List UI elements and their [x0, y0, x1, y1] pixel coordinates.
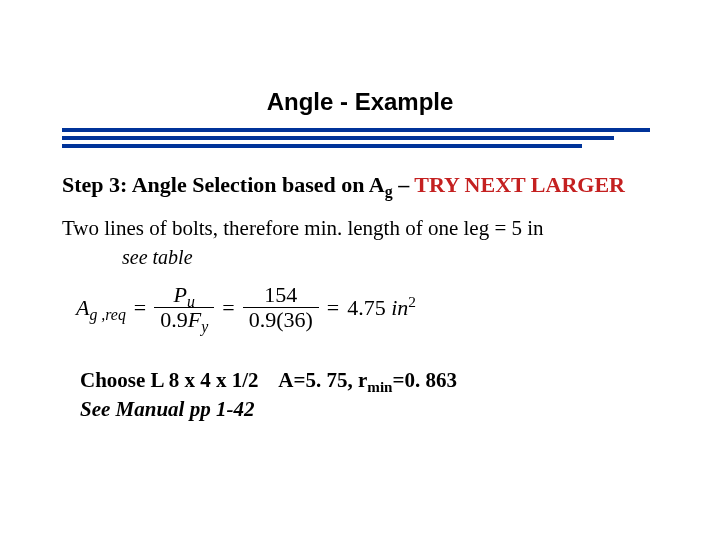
title-underline [62, 128, 650, 152]
eq-A: A [76, 295, 89, 320]
eq-frac1: Pu 0.9Fy [154, 283, 214, 332]
eq-09: 0.9 [160, 307, 188, 332]
choose-text2: =0. 863 [393, 368, 457, 392]
choose-rmin-sub: min [367, 380, 392, 396]
eq-frac1-den: 0.9Fy [154, 308, 214, 332]
step3-prefix: Step 3: Angle Selection based on A [62, 172, 385, 197]
eq-frac2-den: 0.9(36) [243, 308, 319, 332]
step3-dash: – [398, 172, 414, 197]
two-lines-text: Two lines of bolts, therefore min. lengt… [62, 214, 662, 242]
eq-Fy-sub: y [201, 319, 208, 336]
slide-body: Step 3: Angle Selection based on Ag – TR… [62, 170, 662, 423]
choose-text1: Choose L 8 x 4 x 1/2 A=5. 75, r [80, 368, 367, 392]
see-manual-line: See Manual pp 1-42 [80, 395, 662, 423]
eq-frac2-num: 154 [258, 283, 303, 307]
step3-heading: Step 3: Angle Selection based on Ag – TR… [62, 170, 662, 200]
eq-equals: = [134, 293, 146, 323]
eq-frac2: 154 0.9(36) [243, 283, 319, 332]
step3-subscript: g [385, 183, 393, 200]
eq-result-sup: 2 [408, 293, 416, 310]
slide-title: Angle - Example [0, 88, 720, 116]
eq-Fy-F: F [188, 307, 201, 332]
equation: Ag ,req = Pu 0.9Fy = 154 0.9(36) = 4.75 … [76, 283, 662, 332]
try-next-larger: TRY NEXT LARGER [414, 172, 625, 197]
eq-result-in: in [391, 295, 408, 320]
rule-line [62, 128, 650, 132]
eq-equals: = [327, 293, 339, 323]
eq-lhs: Ag ,req [76, 293, 126, 323]
eq-equals: = [222, 293, 234, 323]
eq-frac1-num: Pu [168, 283, 201, 307]
eq-result: 4.75 in2 [347, 293, 416, 323]
slide: Angle - Example Step 3: Angle Selection … [0, 0, 720, 540]
choose-line: Choose L 8 x 4 x 1/2 A=5. 75, rmin=0. 86… [80, 366, 662, 394]
rule-line [62, 136, 614, 140]
eq-Pu-P: P [174, 282, 187, 307]
rule-line [62, 144, 582, 148]
eq-result-val: 4.75 [347, 295, 386, 320]
see-table-note: see table [122, 244, 662, 271]
eq-A-sub: g ,req [89, 306, 125, 323]
